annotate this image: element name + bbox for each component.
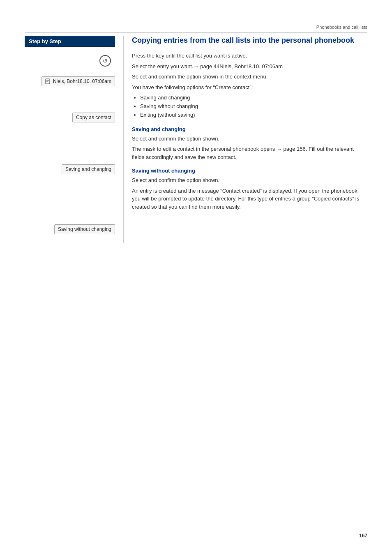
circle-icon: ↺ xyxy=(99,55,111,67)
context-menu-text: Select and confirm the option shown in t… xyxy=(132,73,367,81)
bullet-item-3: Exiting (without saving) xyxy=(140,111,367,120)
section2-text2: An entry is created and the message “Con… xyxy=(132,187,367,211)
page-number: 167 xyxy=(359,533,367,539)
saving-without-button[interactable]: Saving without changing xyxy=(54,224,115,234)
section1-text2: The mask to edit a contact in the person… xyxy=(132,145,367,161)
right-column: Copying entries from the call lists into… xyxy=(123,36,367,243)
section2-text1: Select and confirm the option shown. xyxy=(132,176,367,184)
bullet-item-2: Saving without changing xyxy=(140,102,367,111)
step-by-step-header: Step by Step xyxy=(25,36,115,47)
saving-changing-button[interactable]: Saving and changing xyxy=(62,164,115,174)
main-title: Copying entries from the call lists into… xyxy=(132,36,367,45)
bullet-list: Saving and changing Saving without chang… xyxy=(140,94,367,119)
phone-book-icon xyxy=(45,78,51,84)
section-header: Phonebooks and call lists xyxy=(25,25,367,32)
saving-without-row: Saving without changing xyxy=(25,224,115,237)
phone-entry-label: Niels, Bohr18.10. 07:06am xyxy=(53,78,111,84)
page-container: Phonebooks and call lists Step by Step ↺ xyxy=(0,0,392,555)
create-contact-text: You have the following options for “Crea… xyxy=(132,83,367,92)
section1-text1: Select and confirm the option shown. xyxy=(132,135,367,143)
circle-icon-row: ↺ xyxy=(25,55,115,71)
section2-heading: Saving without changing xyxy=(132,168,367,174)
phone-entry-box: Niels, Bohr18.10. 07:06am xyxy=(42,76,115,86)
svg-rect-0 xyxy=(46,79,50,84)
select-entry-text: Select the entry you want.→ page 44Niels… xyxy=(132,62,367,71)
copy-contact-label: Copy as contact xyxy=(76,115,111,120)
saving-without-label: Saving without changing xyxy=(58,226,111,232)
section1-heading: Saving and changing xyxy=(132,126,367,132)
bullet-item-1: Saving and changing xyxy=(140,94,367,102)
step-by-step-label: Step by Step xyxy=(29,38,61,44)
content-area: Step by Step ↺ Niels, Bohr18.10. 07 xyxy=(25,36,367,243)
left-column: Step by Step ↺ Niels, Bohr18.10. 07 xyxy=(25,36,123,243)
copy-contact-button[interactable]: Copy as contact xyxy=(72,113,115,122)
intro-text: Press the key until the call list you wa… xyxy=(132,52,367,60)
saving-changing-label: Saving and changing xyxy=(65,166,111,172)
circle-icon-symbol: ↺ xyxy=(103,58,108,64)
section-title: Phonebooks and call lists xyxy=(316,25,367,30)
copy-contact-row: Copy as contact xyxy=(25,113,115,126)
phone-entry-row: Niels, Bohr18.10. 07:06am xyxy=(25,76,115,86)
saving-changing-row: Saving and changing xyxy=(25,164,115,177)
